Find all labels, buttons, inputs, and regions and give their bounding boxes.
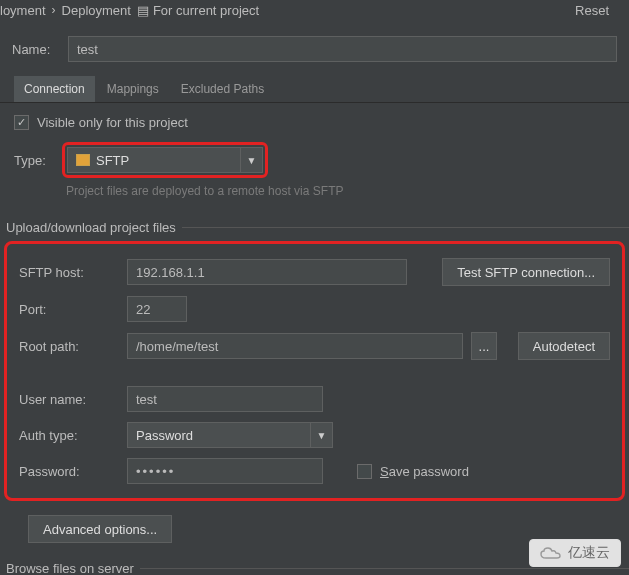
name-label: Name: bbox=[12, 42, 60, 57]
root-path-input[interactable] bbox=[127, 333, 463, 359]
breadcrumb-seg-2[interactable]: Deployment bbox=[62, 3, 131, 18]
type-select[interactable]: SFTP ▼ bbox=[67, 147, 263, 173]
host-label: SFTP host: bbox=[19, 265, 119, 280]
auth-type-value: Password bbox=[136, 428, 193, 443]
sftp-icon bbox=[76, 154, 90, 166]
auth-type-select[interactable]: Password ▼ bbox=[127, 422, 333, 448]
upload-group-body: SFTP host: Test SFTP connection... Port:… bbox=[4, 241, 625, 501]
visible-checkbox[interactable]: ✓ bbox=[14, 115, 29, 130]
watermark-text: 亿速云 bbox=[568, 544, 610, 562]
tab-connection[interactable]: Connection bbox=[14, 76, 95, 102]
advanced-options-button[interactable]: Advanced options... bbox=[28, 515, 172, 543]
name-input[interactable] bbox=[68, 36, 617, 62]
password-input[interactable] bbox=[127, 458, 323, 484]
username-label: User name: bbox=[19, 392, 119, 407]
upload-group-header: Upload/download project files bbox=[0, 220, 629, 235]
type-value: SFTP bbox=[96, 153, 129, 168]
breadcrumb: loyment › Deployment ▤ For current proje… bbox=[0, 0, 629, 26]
username-input[interactable] bbox=[127, 386, 323, 412]
type-hint: Project files are deployed to a remote h… bbox=[66, 184, 615, 198]
tab-excluded-paths[interactable]: Excluded Paths bbox=[171, 76, 274, 102]
tab-mappings[interactable]: Mappings bbox=[97, 76, 169, 102]
reset-link[interactable]: Reset bbox=[575, 3, 609, 18]
scope-text: For current project bbox=[153, 3, 259, 18]
sftp-host-input[interactable] bbox=[127, 259, 407, 285]
auth-type-label: Auth type: bbox=[19, 428, 119, 443]
port-label: Port: bbox=[19, 302, 119, 317]
autodetect-button[interactable]: Autodetect bbox=[518, 332, 610, 360]
visible-label: Visible only for this project bbox=[37, 115, 188, 130]
save-password-checkbox[interactable] bbox=[357, 464, 372, 479]
chevron-down-icon: ▼ bbox=[310, 423, 332, 447]
tab-strip: Connection Mappings Excluded Paths bbox=[0, 76, 629, 103]
chevron-right-icon: › bbox=[52, 3, 56, 17]
port-input[interactable] bbox=[127, 296, 187, 322]
browse-root-button[interactable]: ... bbox=[471, 332, 497, 360]
root-path-label: Root path: bbox=[19, 339, 119, 354]
watermark: 亿速云 bbox=[529, 539, 621, 567]
save-password-label: SSave passwordave password bbox=[380, 464, 469, 479]
scope-label: ▤ For current project bbox=[137, 3, 259, 18]
type-highlight: SFTP ▼ bbox=[62, 142, 268, 178]
chevron-down-icon: ▼ bbox=[240, 148, 262, 172]
breadcrumb-seg-1[interactable]: loyment bbox=[0, 3, 46, 18]
project-icon: ▤ bbox=[137, 3, 149, 18]
password-label: Password: bbox=[19, 464, 119, 479]
cloud-icon bbox=[540, 546, 562, 560]
test-connection-button[interactable]: Test SFTP connection... bbox=[442, 258, 610, 286]
type-label: Type: bbox=[14, 153, 54, 168]
